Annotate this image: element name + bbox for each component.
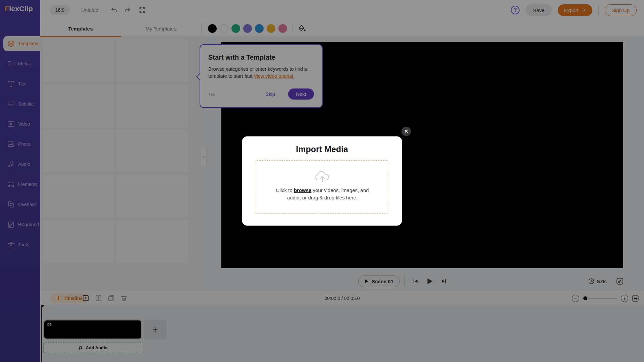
- modal-title: Import Media: [242, 144, 402, 154]
- upload-dropzone[interactable]: Click to browse your videos, images, and…: [255, 160, 389, 214]
- dropzone-text: Click to browse your videos, images, and…: [255, 187, 389, 201]
- close-icon[interactable]: ✕: [401, 127, 411, 136]
- cloud-upload-icon: [314, 169, 330, 183]
- import-media-modal: Import Media Click to browse your videos…: [242, 136, 402, 226]
- flexclip-editor: FlexClip Templates Media Text Subtitle V…: [0, 0, 644, 362]
- dz-line2: audio, or drag & drop files here.: [287, 195, 358, 200]
- dz-click-to: Click to: [276, 187, 294, 193]
- dz-line1-rest: your videos, images, and: [311, 187, 369, 193]
- browse-link[interactable]: browse: [294, 187, 312, 193]
